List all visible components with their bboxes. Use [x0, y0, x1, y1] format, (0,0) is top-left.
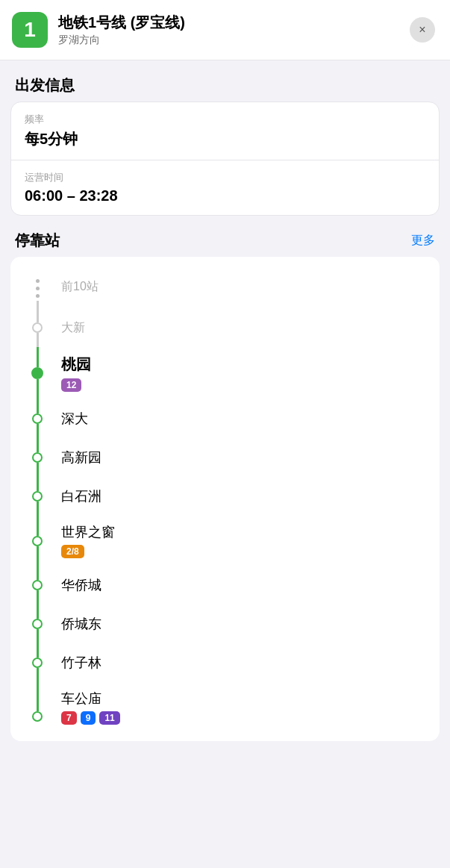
hours-row: 运营时间 06:00 – 23:28: [11, 160, 439, 215]
transfer-badges: 12: [61, 378, 426, 392]
transfer-badge[interactable]: 12: [61, 378, 81, 392]
stops-section-title: 停靠站: [15, 231, 60, 251]
frequency-label: 频率: [25, 113, 425, 126]
transfer-badges: 2/8: [61, 545, 426, 558]
hours-label: 运营时间: [25, 171, 425, 184]
close-button[interactable]: ×: [410, 17, 435, 43]
stop-item[interactable]: 车公庙7911: [10, 682, 440, 732]
stop-item[interactable]: 华侨城: [10, 566, 440, 605]
stop-item[interactable]: 白石洲: [10, 477, 440, 516]
hours-value: 06:00 – 23:28: [25, 187, 425, 204]
stop-name: 深大: [61, 410, 426, 428]
frequency-value: 每5分钟: [25, 129, 425, 149]
stop-name: 高新园: [61, 449, 426, 466]
stop-name: 前10站: [61, 279, 426, 295]
frequency-row: 频率 每5分钟: [11, 102, 439, 160]
stops-section-header: 停靠站 更多: [0, 216, 450, 257]
stop-item[interactable]: 大新: [10, 308, 440, 347]
stop-item[interactable]: 前10站: [10, 266, 440, 308]
departure-info-card: 频率 每5分钟 运营时间 06:00 – 23:28: [10, 102, 440, 216]
stops-list: 前10站大新桃园12深大高新园白石洲世界之窗2/8华侨城侨城东竹子林车公庙791…: [10, 257, 440, 741]
transfer-badge[interactable]: 11: [99, 711, 119, 725]
stop-name: 车公庙: [61, 690, 426, 708]
stop-name: 大新: [61, 320, 426, 336]
header: 1 地铁1号线 (罗宝线) 罗湖方向 ×: [0, 0, 450, 60]
stop-item[interactable]: 桃园12: [10, 347, 440, 399]
stop-name: 华侨城: [61, 576, 426, 594]
more-link[interactable]: 更多: [411, 233, 435, 249]
stop-item[interactable]: 世界之窗2/8: [10, 516, 440, 566]
transfer-badge[interactable]: 7: [61, 711, 77, 725]
stop-item[interactable]: 侨城东: [10, 605, 440, 643]
stop-name: 世界之窗: [61, 523, 426, 541]
stop-name: 侨城东: [61, 615, 426, 633]
header-subtitle: 罗湖方向: [58, 34, 185, 47]
stop-item[interactable]: 深大: [10, 399, 440, 438]
stop-item[interactable]: 高新园: [10, 438, 440, 477]
header-info: 地铁1号线 (罗宝线) 罗湖方向: [58, 13, 185, 47]
departure-section-title: 出发信息: [0, 60, 450, 102]
transfer-badges: 7911: [61, 711, 426, 725]
stop-name: 白石洲: [61, 487, 426, 505]
stop-name: 桃园: [61, 355, 426, 375]
line-number: 1: [24, 18, 36, 42]
stop-name: 竹子林: [61, 654, 426, 672]
stop-item[interactable]: 竹子林: [10, 643, 440, 682]
header-left: 1 地铁1号线 (罗宝线) 罗湖方向: [12, 12, 185, 48]
transfer-badge[interactable]: 9: [81, 711, 96, 725]
line-badge: 1: [12, 12, 48, 48]
close-icon: ×: [419, 23, 425, 37]
transfer-badge[interactable]: 2/8: [61, 545, 84, 558]
header-title: 地铁1号线 (罗宝线): [58, 13, 185, 32]
